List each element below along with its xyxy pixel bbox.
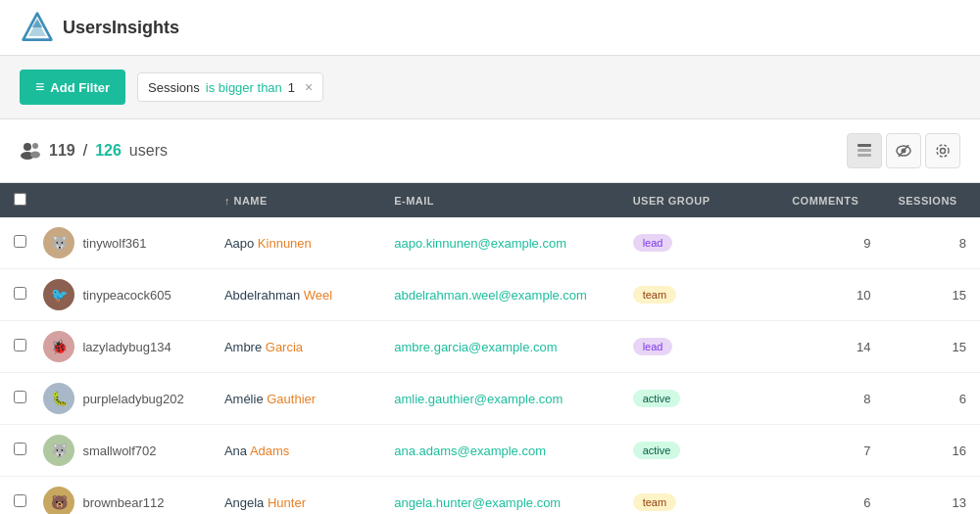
username-text: lazyladybug134 bbox=[82, 340, 171, 354]
username-text: tinywolf361 bbox=[82, 236, 146, 251]
count-total: 126 bbox=[95, 142, 122, 160]
sessions-cell: 8 bbox=[884, 217, 980, 269]
name-cell: Abdelrahman Weel bbox=[211, 269, 380, 321]
row-checkbox[interactable] bbox=[14, 443, 26, 455]
username-text: brownbear112 bbox=[82, 495, 164, 510]
table-view-button[interactable] bbox=[847, 133, 882, 168]
sessions-cell: 15 bbox=[884, 321, 980, 373]
th-email[interactable]: E-MAIL bbox=[380, 183, 618, 217]
username-text: tinypeacock605 bbox=[82, 288, 171, 303]
email-cell: aapo.kinnunen@example.com bbox=[380, 217, 618, 269]
row-checkbox-cell bbox=[0, 217, 43, 269]
users-icon bbox=[20, 142, 41, 160]
badge-group: lead bbox=[633, 338, 764, 355]
add-filter-label: Add Filter bbox=[50, 80, 110, 95]
table-row: 🐻brownbear112Angela Hunterangela.hunter@… bbox=[0, 477, 980, 515]
row-checkbox[interactable] bbox=[14, 494, 26, 507]
avatar: 🐺 bbox=[43, 435, 74, 466]
username-cell: 🐞lazyladybug134 bbox=[43, 321, 210, 373]
eye-icon bbox=[896, 145, 911, 157]
filter-icon bbox=[35, 78, 44, 96]
svg-point-14 bbox=[937, 145, 949, 157]
th-username[interactable] bbox=[43, 183, 210, 217]
sessions-cell: 15 bbox=[884, 269, 980, 321]
th-name[interactable]: ↑ NAME bbox=[211, 183, 380, 217]
badge-group: team bbox=[633, 493, 764, 511]
svg-point-13 bbox=[941, 149, 946, 154]
top-bar: UsersInsights bbox=[0, 0, 980, 56]
avatar: 🐛 bbox=[43, 383, 74, 414]
toolbar: Add Filter Sessions is bigger than 1 × bbox=[0, 56, 980, 119]
avatar: 🐞 bbox=[43, 331, 74, 362]
comments-cell: 14 bbox=[778, 321, 884, 373]
username-cell: 🐺smallwolf702 bbox=[43, 425, 210, 477]
table-header-row: ↑ NAME E-MAIL USER GROUP COMMENTS SESSIO… bbox=[0, 183, 980, 217]
username-cell: 🐺tinywolf361 bbox=[43, 217, 210, 269]
avatar: 🐺 bbox=[43, 227, 74, 258]
comments-cell: 10 bbox=[778, 269, 884, 321]
email-cell: abdelrahman.weel@example.com bbox=[380, 269, 618, 321]
row-checkbox[interactable] bbox=[14, 339, 26, 351]
settings-button[interactable] bbox=[925, 133, 960, 168]
name-highlight: Kinnunen bbox=[258, 236, 312, 251]
name-text: Amélie bbox=[224, 392, 267, 406]
name-highlight: Hunter bbox=[268, 495, 306, 510]
th-name-label: ↑ NAME bbox=[224, 195, 268, 207]
username-text: purpleladybug202 bbox=[82, 392, 183, 406]
sessions-cell: 6 bbox=[884, 373, 980, 425]
badge-group: active bbox=[633, 442, 764, 459]
count-separator: / bbox=[83, 142, 87, 160]
table-row: 🐞lazyladybug134Ambre Garciaambre.garcia@… bbox=[0, 321, 980, 373]
name-highlight: Garcia bbox=[266, 340, 303, 354]
name-cell: Amélie Gauthier bbox=[211, 373, 380, 425]
table-row: 🐺tinywolf361Aapo Kinnunenaapo.kinnunen@e… bbox=[0, 217, 980, 269]
table-row: 🐛purpleladybug202Amélie Gauthieramlie.ga… bbox=[0, 373, 980, 425]
row-checkbox[interactable] bbox=[14, 235, 26, 248]
name-text: Aapo bbox=[224, 236, 258, 251]
user-count: 119 / 126 users bbox=[20, 142, 168, 160]
user-group-cell: lead bbox=[619, 321, 778, 373]
name-cell: Ana Adams bbox=[211, 425, 380, 477]
svg-rect-7 bbox=[858, 144, 871, 147]
username-cell: 🐛purpleladybug202 bbox=[43, 373, 210, 425]
name-text: Ana bbox=[224, 444, 250, 458]
badge-lead: lead bbox=[633, 234, 673, 252]
user-group-cell: team bbox=[619, 269, 778, 321]
filter-close-button[interactable]: × bbox=[305, 79, 313, 95]
select-all-checkbox[interactable] bbox=[14, 193, 26, 206]
th-user-group[interactable]: USER GROUP bbox=[619, 183, 778, 217]
user-count-bar: 119 / 126 users bbox=[0, 119, 980, 183]
comments-cell: 6 bbox=[778, 477, 884, 515]
badge-team: team bbox=[633, 493, 676, 511]
username-text: smallwolf702 bbox=[82, 444, 156, 458]
avatar: 🐻 bbox=[43, 487, 74, 514]
row-checkbox[interactable] bbox=[14, 391, 26, 403]
comments-cell: 7 bbox=[778, 425, 884, 477]
view-buttons bbox=[847, 133, 960, 168]
sessions-cell: 13 bbox=[884, 477, 980, 515]
sessions-cell: 16 bbox=[884, 425, 980, 477]
th-sessions[interactable]: SESSIONS bbox=[884, 183, 980, 217]
add-filter-button[interactable]: Add Filter bbox=[20, 70, 125, 105]
users-table: ↑ NAME E-MAIL USER GROUP COMMENTS SESSIO… bbox=[0, 183, 980, 514]
email-cell: ambre.garcia@example.com bbox=[380, 321, 618, 373]
comments-cell: 8 bbox=[778, 373, 884, 425]
visibility-button[interactable] bbox=[886, 133, 921, 168]
email-cell: angela.hunter@example.com bbox=[380, 477, 618, 515]
name-cell: Angela Hunter bbox=[211, 477, 380, 515]
email-cell: ana.adams@example.com bbox=[380, 425, 618, 477]
count-label: users bbox=[129, 142, 168, 160]
name-highlight: Gauthier bbox=[267, 392, 316, 406]
badge-group: active bbox=[633, 390, 764, 407]
filter-operator: is bigger than bbox=[206, 80, 282, 95]
svg-point-6 bbox=[30, 152, 40, 159]
gear-icon bbox=[935, 143, 951, 159]
name-highlight: Weel bbox=[304, 288, 332, 303]
username-cell: 🐻brownbear112 bbox=[43, 477, 210, 515]
badge-team: team bbox=[633, 286, 676, 304]
row-checkbox[interactable] bbox=[14, 287, 26, 300]
logo-icon bbox=[20, 10, 55, 45]
th-comments[interactable]: COMMENTS bbox=[778, 183, 884, 217]
logo: UsersInsights bbox=[20, 10, 179, 45]
filter-field: Sessions bbox=[148, 80, 200, 95]
